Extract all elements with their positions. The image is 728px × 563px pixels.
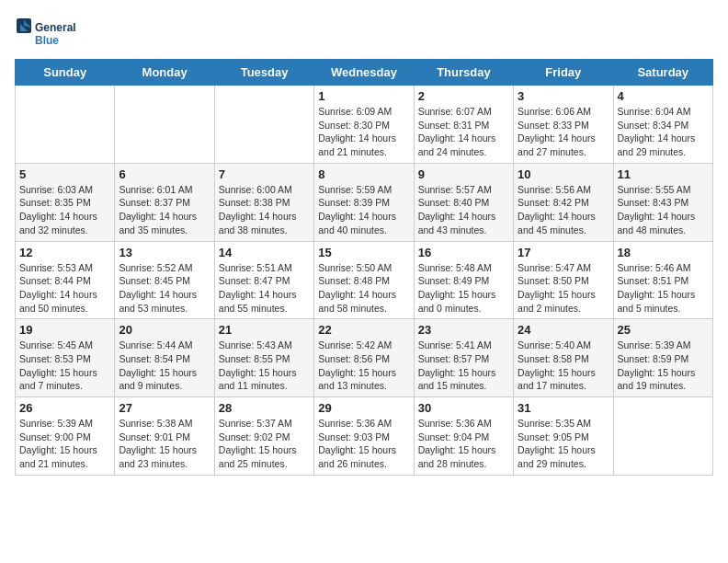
day-number: 24	[518, 323, 609, 337]
svg-text:Blue: Blue	[35, 34, 59, 47]
day-info: Sunrise: 6:00 AM Sunset: 8:38 PM Dayligh…	[219, 183, 310, 237]
day-info: Sunrise: 5:56 AM Sunset: 8:42 PM Dayligh…	[518, 183, 609, 237]
day-number: 9	[418, 167, 509, 181]
day-number: 20	[119, 323, 210, 337]
day-number: 12	[19, 246, 110, 259]
day-number: 31	[518, 401, 609, 415]
day-info: Sunrise: 6:01 AM Sunset: 8:37 PM Dayligh…	[119, 183, 210, 237]
header-cell-sunday: Sunday	[16, 60, 115, 86]
calendar-table: SundayMondayTuesdayWednesdayThursdayFrid…	[15, 59, 713, 476]
day-number: 16	[418, 246, 509, 259]
day-cell: 17Sunrise: 5:47 AM Sunset: 8:50 PM Dayli…	[514, 241, 613, 319]
day-info: Sunrise: 5:36 AM Sunset: 9:04 PM Dayligh…	[418, 417, 509, 471]
header-row: SundayMondayTuesdayWednesdayThursdayFrid…	[16, 60, 713, 86]
day-cell	[214, 86, 313, 164]
day-cell: 27Sunrise: 5:38 AM Sunset: 9:01 PM Dayli…	[115, 397, 214, 476]
day-info: Sunrise: 6:09 AM Sunset: 8:30 PM Dayligh…	[318, 105, 409, 159]
day-number: 27	[119, 401, 210, 415]
day-cell: 14Sunrise: 5:51 AM Sunset: 8:47 PM Dayli…	[214, 241, 313, 319]
day-number: 26	[19, 401, 110, 415]
day-cell: 13Sunrise: 5:52 AM Sunset: 8:45 PM Dayli…	[115, 241, 214, 319]
day-cell: 21Sunrise: 5:43 AM Sunset: 8:55 PM Dayli…	[214, 319, 313, 397]
day-cell: 23Sunrise: 5:41 AM Sunset: 8:57 PM Dayli…	[414, 319, 513, 397]
day-cell: 4Sunrise: 6:04 AM Sunset: 8:34 PM Daylig…	[613, 86, 712, 164]
day-cell: 24Sunrise: 5:40 AM Sunset: 8:58 PM Dayli…	[514, 319, 613, 397]
day-number: 23	[418, 323, 509, 337]
day-cell: 6Sunrise: 6:01 AM Sunset: 8:37 PM Daylig…	[115, 163, 214, 241]
header-cell-thursday: Thursday	[414, 60, 513, 86]
day-info: Sunrise: 5:55 AM Sunset: 8:43 PM Dayligh…	[618, 183, 709, 237]
day-number: 14	[219, 246, 310, 259]
day-info: Sunrise: 5:47 AM Sunset: 8:50 PM Dayligh…	[518, 261, 609, 316]
day-number: 18	[618, 246, 709, 259]
day-info: Sunrise: 5:42 AM Sunset: 8:56 PM Dayligh…	[318, 339, 409, 393]
day-cell: 1Sunrise: 6:09 AM Sunset: 8:30 PM Daylig…	[314, 86, 414, 164]
day-number: 10	[518, 167, 609, 181]
week-row-3: 19Sunrise: 5:45 AM Sunset: 8:53 PM Dayli…	[16, 319, 713, 397]
logo-svg: General Blue	[15, 15, 79, 52]
day-info: Sunrise: 5:59 AM Sunset: 8:39 PM Dayligh…	[318, 183, 409, 237]
day-cell	[115, 86, 214, 164]
day-cell: 26Sunrise: 5:39 AM Sunset: 9:00 PM Dayli…	[16, 397, 115, 476]
day-number: 25	[618, 323, 709, 337]
day-number: 22	[318, 323, 409, 337]
header-cell-tuesday: Tuesday	[214, 60, 313, 86]
day-info: Sunrise: 5:45 AM Sunset: 8:53 PM Dayligh…	[19, 339, 110, 393]
day-number: 15	[318, 246, 409, 259]
day-info: Sunrise: 6:06 AM Sunset: 8:33 PM Dayligh…	[518, 105, 609, 159]
day-info: Sunrise: 5:39 AM Sunset: 9:00 PM Dayligh…	[19, 417, 110, 471]
day-cell: 20Sunrise: 5:44 AM Sunset: 8:54 PM Dayli…	[115, 319, 214, 397]
day-number: 4	[618, 89, 709, 103]
day-number: 28	[219, 401, 310, 415]
day-info: Sunrise: 5:44 AM Sunset: 8:54 PM Dayligh…	[119, 339, 210, 393]
day-cell: 12Sunrise: 5:53 AM Sunset: 8:44 PM Dayli…	[16, 241, 115, 319]
day-info: Sunrise: 5:39 AM Sunset: 8:59 PM Dayligh…	[618, 339, 709, 393]
day-cell: 2Sunrise: 6:07 AM Sunset: 8:31 PM Daylig…	[414, 86, 513, 164]
day-cell: 18Sunrise: 5:46 AM Sunset: 8:51 PM Dayli…	[613, 241, 712, 319]
day-cell: 5Sunrise: 6:03 AM Sunset: 8:35 PM Daylig…	[16, 163, 115, 241]
week-row-4: 26Sunrise: 5:39 AM Sunset: 9:00 PM Dayli…	[16, 397, 713, 476]
week-row-0: 1Sunrise: 6:09 AM Sunset: 8:30 PM Daylig…	[16, 86, 713, 164]
calendar-header: SundayMondayTuesdayWednesdayThursdayFrid…	[16, 60, 713, 86]
day-cell: 16Sunrise: 5:48 AM Sunset: 8:49 PM Dayli…	[414, 241, 513, 319]
day-info: Sunrise: 5:41 AM Sunset: 8:57 PM Dayligh…	[418, 339, 509, 393]
day-number: 7	[219, 167, 310, 181]
day-info: Sunrise: 5:43 AM Sunset: 8:55 PM Dayligh…	[219, 339, 310, 393]
day-cell: 29Sunrise: 5:36 AM Sunset: 9:03 PM Dayli…	[314, 397, 414, 476]
day-number: 3	[518, 89, 609, 103]
day-number: 8	[318, 167, 409, 181]
day-cell: 3Sunrise: 6:06 AM Sunset: 8:33 PM Daylig…	[514, 86, 613, 164]
day-cell: 11Sunrise: 5:55 AM Sunset: 8:43 PM Dayli…	[613, 163, 712, 241]
day-number: 6	[119, 167, 210, 181]
day-number: 21	[219, 323, 310, 337]
day-info: Sunrise: 6:03 AM Sunset: 8:35 PM Dayligh…	[19, 183, 110, 237]
day-info: Sunrise: 5:38 AM Sunset: 9:01 PM Dayligh…	[119, 417, 210, 471]
day-info: Sunrise: 5:36 AM Sunset: 9:03 PM Dayligh…	[318, 417, 409, 471]
day-number: 2	[418, 89, 509, 103]
day-info: Sunrise: 5:51 AM Sunset: 8:47 PM Dayligh…	[219, 261, 310, 316]
day-info: Sunrise: 5:50 AM Sunset: 8:48 PM Dayligh…	[318, 261, 409, 316]
day-number: 5	[19, 167, 110, 181]
day-cell: 19Sunrise: 5:45 AM Sunset: 8:53 PM Dayli…	[16, 319, 115, 397]
week-row-1: 5Sunrise: 6:03 AM Sunset: 8:35 PM Daylig…	[16, 163, 713, 241]
day-number: 29	[318, 401, 409, 415]
day-number: 1	[318, 89, 409, 103]
day-cell: 8Sunrise: 5:59 AM Sunset: 8:39 PM Daylig…	[314, 163, 414, 241]
day-cell: 22Sunrise: 5:42 AM Sunset: 8:56 PM Dayli…	[314, 319, 414, 397]
week-row-2: 12Sunrise: 5:53 AM Sunset: 8:44 PM Dayli…	[16, 241, 713, 319]
day-cell: 10Sunrise: 5:56 AM Sunset: 8:42 PM Dayli…	[514, 163, 613, 241]
day-info: Sunrise: 5:40 AM Sunset: 8:58 PM Dayligh…	[518, 339, 609, 393]
header: General Blue	[15, 15, 713, 52]
day-number: 30	[418, 401, 509, 415]
day-number: 11	[618, 167, 709, 181]
day-cell: 15Sunrise: 5:50 AM Sunset: 8:48 PM Dayli…	[314, 241, 414, 319]
day-info: Sunrise: 6:04 AM Sunset: 8:34 PM Dayligh…	[618, 105, 709, 159]
header-cell-friday: Friday	[514, 60, 613, 86]
day-info: Sunrise: 5:46 AM Sunset: 8:51 PM Dayligh…	[618, 261, 709, 316]
day-info: Sunrise: 5:35 AM Sunset: 9:05 PM Dayligh…	[518, 417, 609, 471]
header-cell-wednesday: Wednesday	[314, 60, 414, 86]
day-cell: 31Sunrise: 5:35 AM Sunset: 9:05 PM Dayli…	[514, 397, 613, 476]
day-number: 13	[119, 246, 210, 259]
svg-text:General: General	[35, 21, 76, 34]
day-info: Sunrise: 5:52 AM Sunset: 8:45 PM Dayligh…	[119, 261, 210, 316]
